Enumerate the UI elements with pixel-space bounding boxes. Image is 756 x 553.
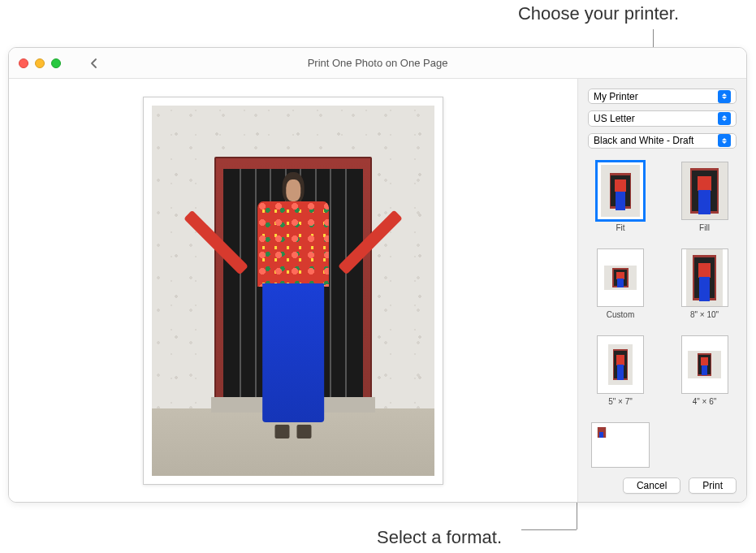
format-option-5x7[interactable]: 5" × 7" <box>591 335 650 406</box>
chevron-left-icon <box>89 58 100 69</box>
format-thumb-custom <box>597 248 644 307</box>
format-thumb-8x10 <box>681 248 728 307</box>
format-label: 5" × 7" <box>608 397 633 406</box>
preview-area <box>9 79 577 502</box>
print-dialog-window: Print One Photo on One Page <box>8 47 747 503</box>
format-thumb-fit <box>597 162 644 220</box>
format-label: 8" × 10" <box>690 310 719 319</box>
footer-buttons: Cancel Print <box>588 471 737 494</box>
annotation-format: Select a format. <box>377 527 502 548</box>
format-thumb-fill <box>681 162 728 220</box>
format-thumb-contact <box>591 422 650 468</box>
format-thumb-4x6 <box>681 335 728 394</box>
minimize-button[interactable] <box>35 58 45 68</box>
annotation-printer: Choose your printer. <box>518 3 679 24</box>
format-option-contact[interactable] <box>591 422 650 471</box>
printer-dropdown[interactable]: My Printer <box>588 89 737 104</box>
close-button[interactable] <box>19 58 28 68</box>
format-option-8x10[interactable]: 8" × 10" <box>676 248 733 319</box>
format-option-fit[interactable]: Fit <box>591 162 650 232</box>
dropdown-arrows-icon <box>718 90 731 103</box>
maximize-button[interactable] <box>51 58 61 68</box>
format-label: Fill <box>699 223 710 232</box>
window-title: Print One Photo on One Page <box>308 57 448 69</box>
format-grid: Fit Fill <box>588 162 737 471</box>
format-label: Custom <box>607 310 634 319</box>
format-option-4x6[interactable]: 4" × 6" <box>676 335 733 406</box>
photo-preview <box>152 106 434 476</box>
traffic-lights <box>19 58 61 68</box>
dropdown-arrows-icon <box>718 112 731 125</box>
print-button[interactable]: Print <box>689 477 737 494</box>
cancel-button[interactable]: Cancel <box>623 477 680 494</box>
format-thumb-5x7 <box>597 335 644 394</box>
format-option-fill[interactable]: Fill <box>676 162 733 232</box>
quality-dropdown[interactable]: Black and White - Draft <box>588 133 737 149</box>
dialog-content: My Printer US Letter Black and White - D… <box>9 79 746 502</box>
format-label: 4" × 6" <box>693 397 717 406</box>
format-label: Fit <box>616 223 624 232</box>
callout-line-bottom-horizontal <box>521 529 577 530</box>
page-preview <box>143 97 443 485</box>
format-option-custom[interactable]: Custom <box>591 248 650 319</box>
paper-size-dropdown-value: US Letter <box>594 113 635 124</box>
paper-size-dropdown[interactable]: US Letter <box>588 110 737 126</box>
printer-dropdown-value: My Printer <box>594 91 638 102</box>
titlebar: Print One Photo on One Page <box>9 48 746 79</box>
back-button[interactable] <box>89 58 100 69</box>
print-options-sidebar: My Printer US Letter Black and White - D… <box>577 79 746 502</box>
quality-dropdown-value: Black and White - Draft <box>594 135 693 146</box>
dropdown-arrows-icon <box>718 134 731 147</box>
